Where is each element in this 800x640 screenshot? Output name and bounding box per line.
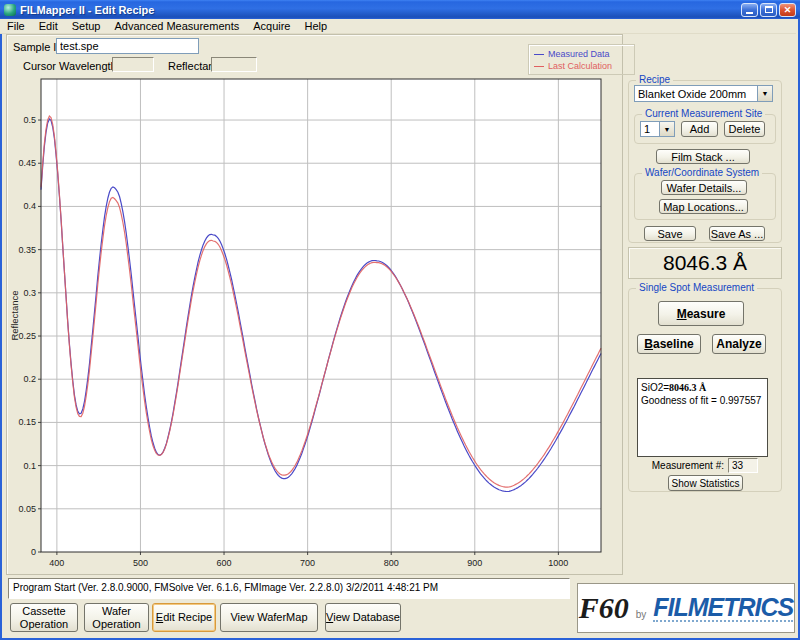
restore-button-icon[interactable] [760,3,777,17]
measurement-number-input[interactable]: 33 [728,458,758,473]
title-bar: FILMapper II - Edit Recipe ✕ [0,0,800,19]
site-select[interactable]: 1 ▼ [640,121,675,137]
add-site-button[interactable]: Add [681,121,718,137]
map-locations-button[interactable]: Map Locations... [659,199,748,214]
svg-text:600: 600 [217,558,232,568]
svg-text:700: 700 [300,558,315,568]
cursor-wavelength-value [112,57,154,72]
window-title: FILMapper II - Edit Recipe [20,4,154,16]
result-thickness-line: SiO2=8046.3 Å [641,381,764,394]
svg-text:0.3: 0.3 [23,288,36,298]
svg-text:900: 900 [467,558,482,568]
logo-model: F60 [579,591,629,625]
svg-text:0.25: 0.25 [18,331,36,341]
main-panel: Sample ID: Cursor Wavelength(nm): Reflec… [6,34,623,575]
svg-text:0.45: 0.45 [18,158,36,168]
spectrum-chart[interactable]: 400500600700800900100000.050.10.150.20.2… [9,72,621,578]
menu-setup[interactable]: Setup [65,19,108,33]
svg-text:0.05: 0.05 [18,504,36,514]
wafer-details-button[interactable]: Wafer Details... [661,180,747,195]
svg-text:0.4: 0.4 [23,201,36,211]
svg-text:0.15: 0.15 [18,417,36,427]
save-as-button[interactable]: Save As ... [709,226,765,241]
calculated-line-icon [534,66,544,67]
wafer-operation-button[interactable]: WaferOperation [84,603,149,632]
sample-id-input[interactable] [56,38,199,54]
svg-text:0.1: 0.1 [23,461,36,471]
svg-text:0: 0 [31,547,36,557]
menu-advanced-measurements[interactable]: Advanced Measurements [107,19,246,33]
cursor-reflectance-value [211,57,257,72]
wafer-group-caption: Wafer/Coordinate System [642,167,762,178]
results-box: SiO2=8046.3 Å Goodness of fit = 0.997557 [637,378,768,457]
save-button[interactable]: Save [644,226,696,241]
svg-text:Reflectance: Reflectance [9,290,20,340]
legend-calculated: Last Calculation [534,60,629,72]
app-window: FILMapper II - Edit Recipe ✕ File Edit S… [0,0,800,640]
recipe-group-caption: Recipe [636,74,673,85]
brand-logo: F60 by FILMETRICS [577,583,795,633]
measure-button[interactable]: Measure [658,301,744,326]
thickness-readout: 8046.3 Å [628,247,782,279]
legend-measured: Measured Data [534,48,629,60]
edit-recipe-button[interactable]: Edit Recipe [152,603,216,632]
svg-text:800: 800 [384,558,399,568]
chevron-down-icon[interactable]: ▼ [757,86,772,101]
cassette-operation-button[interactable]: CassetteOperation [10,603,78,632]
logo-brand: FILMETRICS [653,594,793,622]
single-spot-caption: Single Spot Measurement [636,282,757,293]
delete-site-button[interactable]: Delete [724,121,765,137]
logo-by: by [636,609,647,620]
menu-bar: File Edit Setup Advanced Measurements Ac… [0,19,796,34]
menu-edit[interactable]: Edit [32,19,65,33]
show-statistics-button[interactable]: Show Statistics [668,475,743,491]
view-database-button[interactable]: View Database [325,603,401,632]
app-icon [4,4,16,16]
svg-text:0.2: 0.2 [23,374,36,384]
svg-text:1000: 1000 [548,558,568,568]
chevron-down-icon[interactable]: ▼ [659,122,674,136]
svg-text:0.5: 0.5 [23,115,36,125]
status-bar: Program Start (Ver. 2.8.0.9000, FMSolve … [8,578,570,599]
chart-legend: Measured Data Last Calculation [528,44,635,75]
site-group-caption: Current Measurement Site [642,108,765,119]
menu-help[interactable]: Help [297,19,334,33]
view-wafermap-button[interactable]: View WaferMap [220,603,318,632]
measured-line-icon [534,54,544,55]
menu-acquire[interactable]: Acquire [246,19,297,33]
svg-text:400: 400 [49,558,64,568]
minimize-button-icon[interactable] [741,3,758,17]
result-fit-line: Goodness of fit = 0.997557 [641,394,764,407]
film-stack-button[interactable]: Film Stack ... [656,149,750,164]
baseline-button[interactable]: Baseline [637,334,701,354]
measurement-number-label: Measurement #: [640,460,724,471]
close-button-icon[interactable]: ✕ [779,3,796,17]
menu-file[interactable]: File [0,19,32,33]
svg-text:0.35: 0.35 [18,245,36,255]
recipe-select[interactable]: Blanket Oxide 200mm ▼ [634,85,773,102]
svg-text:500: 500 [133,558,148,568]
analyze-button[interactable]: Analyze [712,334,766,354]
